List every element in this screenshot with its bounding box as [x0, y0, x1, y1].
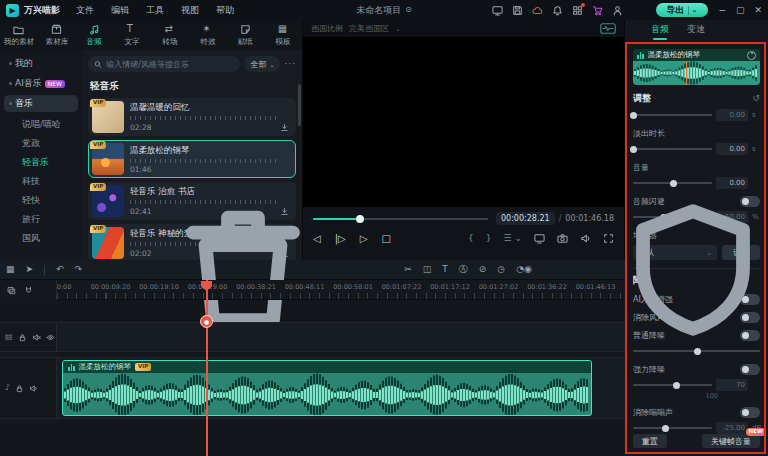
list-scrollbar[interactable] [298, 84, 301, 126]
titlebar-cart-icon[interactable] [592, 5, 603, 16]
denoise-slider[interactable] [633, 350, 760, 352]
menu-item-文件[interactable]: 文件 [76, 4, 94, 17]
search-input[interactable] [106, 60, 234, 69]
speaker-icon[interactable] [29, 384, 38, 393]
denoise-value[interactable]: -25.00 [716, 422, 748, 434]
export-button[interactable]: 导出 ⌄ [656, 3, 708, 17]
category-AI音乐[interactable]: AI音乐NEW [4, 75, 78, 92]
tab-音频[interactable]: 音频 [76, 24, 114, 47]
scope-icon[interactable] [600, 23, 616, 34]
titlebar-grid-icon[interactable] [572, 5, 583, 16]
menu-item-视图[interactable]: 视图 [181, 4, 199, 17]
toggle-强力降噪[interactable] [740, 364, 760, 375]
tab-特效[interactable]: ✶特效 [189, 24, 227, 47]
fade-out-slider[interactable] [633, 148, 712, 150]
video-track-header: ▤ [0, 323, 57, 351]
playhead-badge[interactable]: ● [200, 315, 213, 328]
download-icon[interactable] [280, 122, 289, 132]
aspect-ratio-value[interactable]: 完美画面区 [349, 23, 389, 34]
tab-贴纸[interactable]: 贴纸 [227, 24, 265, 47]
subcategory-科技[interactable]: 科技 [4, 172, 78, 191]
filter-dropdown[interactable]: 全部 ⌄ [244, 56, 280, 72]
export-caret-icon[interactable]: ⌄ [692, 6, 698, 14]
minimize-button[interactable]: − [718, 5, 726, 15]
subcategory-党政[interactable]: 党政 [4, 134, 78, 153]
category-音乐[interactable]: 音乐 [4, 95, 78, 112]
reset-button[interactable]: 重置 [633, 434, 667, 448]
project-edit-icon[interactable]: ⊙ [405, 6, 412, 14]
track-manage-icon[interactable]: ▦ [6, 265, 15, 274]
video-track[interactable]: ▤ [0, 322, 625, 352]
audio-clip[interactable]: 温柔放松的钢琴 VIP [62, 360, 592, 416]
unlink-icon[interactable]: ⊘ [479, 265, 487, 274]
tab-label: 模板 [276, 36, 291, 46]
more-button[interactable]: ··· [284, 59, 296, 69]
clip-waveform-preview[interactable] [633, 61, 760, 85]
tab-我的素材[interactable]: 我的素材 [0, 24, 38, 47]
audio-track[interactable]: ♪ 温柔放松的钢琴 VIP [0, 357, 625, 419]
subcategory-轻音乐[interactable]: 轻音乐 [4, 153, 78, 172]
lock-icon[interactable] [18, 333, 27, 342]
ruler-label: 00:01:46:13 [576, 283, 616, 291]
volume-slider[interactable] [633, 182, 712, 184]
music-item[interactable]: VIP温柔放松的钢琴01:46 [88, 140, 296, 178]
titlebar-user-icon[interactable] [612, 5, 623, 16]
tab-文字[interactable]: T文字 [113, 24, 151, 47]
duration-timer-icon[interactable]: ◔ [516, 265, 524, 274]
slider-handle[interactable] [673, 382, 680, 389]
volume-value[interactable]: 0.00 [716, 177, 748, 189]
maximize-button[interactable]: ▢ [736, 5, 745, 15]
lock-icon[interactable] [15, 384, 24, 393]
playhead-line[interactable] [206, 280, 208, 456]
fade-out-value[interactable]: 0.00 [716, 143, 748, 155]
tab-素材库[interactable]: 素材库 [38, 24, 76, 47]
denoise-slider[interactable] [633, 384, 712, 386]
titlebar-display-icon[interactable] [492, 5, 503, 16]
titlebar-cloud-icon[interactable] [532, 5, 543, 16]
select-tool-icon[interactable]: ➤ [26, 265, 34, 274]
toggle-消除嗡嗡声[interactable] [740, 407, 760, 418]
undo-icon[interactable]: ↶ [56, 265, 64, 274]
close-button[interactable]: ✕ [754, 5, 762, 15]
crop-icon[interactable]: ◫ [423, 265, 432, 274]
keyframe-button[interactable]: 关键帧音量 NEW [702, 434, 760, 448]
slider-handle[interactable] [662, 425, 669, 432]
reset-section-icon[interactable]: ↺ [752, 94, 760, 103]
fade-in-slider[interactable] [633, 114, 712, 116]
audio-clip-card[interactable]: 温柔放松的钢琴 [633, 49, 760, 85]
speed-timer-icon[interactable]: ◷ [497, 265, 505, 274]
copy-icon[interactable] [7, 286, 16, 295]
denoise-slider[interactable] [633, 427, 712, 429]
render-preview-icon[interactable]: ◉ [524, 265, 532, 274]
speech-to-text-icon[interactable]: Ⓐ [459, 265, 468, 274]
split-scissors-icon[interactable]: ✂ [404, 265, 412, 274]
volume-knob-icon[interactable] [747, 51, 756, 60]
music-item[interactable]: VIP温馨温暖的回忆02:28 [88, 98, 296, 136]
timeline-ruler[interactable]: 00:0000:00:09:2000:00:19:1000:00:29:0000… [0, 280, 625, 300]
menu-item-工具[interactable]: 工具 [146, 4, 164, 17]
category-我的[interactable]: 我的 [4, 55, 78, 72]
text-tool-icon[interactable]: T [442, 265, 448, 274]
transition-icon: ⇄ [164, 24, 175, 35]
subcategory-说唱/嘻哈[interactable]: 说唱/嘻哈 [4, 115, 78, 134]
eye-icon[interactable] [46, 333, 55, 342]
tab-音频[interactable]: 音频 [651, 23, 669, 38]
titlebar-bell-icon[interactable] [552, 5, 563, 16]
menu-item-编辑[interactable]: 编辑 [111, 4, 129, 17]
search-box[interactable] [88, 56, 240, 72]
aspect-caret-icon[interactable]: ⌄ [395, 25, 401, 33]
filter-caret-icon: ⌄ [269, 61, 274, 68]
snap-magnet-icon[interactable] [24, 286, 33, 295]
titlebar-save-icon[interactable] [512, 5, 523, 16]
tab-模板[interactable]: ▦模板 [264, 24, 302, 47]
video-viewport[interactable] [303, 37, 624, 207]
box-icon [51, 24, 62, 35]
fade-in-value[interactable]: 0.00 [716, 109, 748, 121]
mute-icon[interactable] [32, 333, 41, 342]
tab-变速[interactable]: 变速 [687, 23, 705, 38]
redo-icon[interactable]: ↷ [75, 265, 83, 274]
slider-handle[interactable] [694, 348, 701, 355]
tab-转场[interactable]: ⇄转场 [151, 24, 189, 47]
denoise-value[interactable]: 70 [716, 379, 748, 391]
menu-item-帮助[interactable]: 帮助 [216, 4, 234, 17]
